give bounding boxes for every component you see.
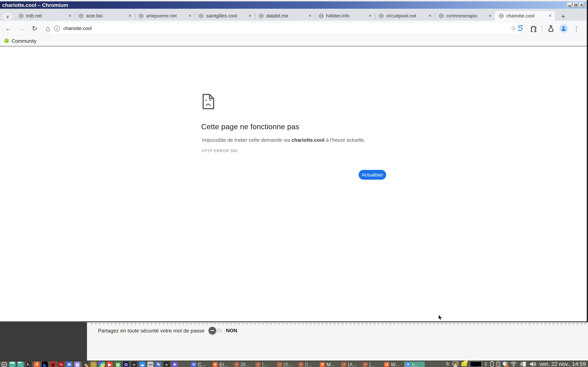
launcher-icon[interactable]: ✳ xyxy=(172,361,178,367)
taskbar-window-button[interactable]: [... xyxy=(361,361,382,367)
chevron-down-icon: ∨ xyxy=(6,14,9,19)
tab-close-icon[interactable]: ✕ xyxy=(248,13,252,18)
globe-favicon-icon xyxy=(19,14,23,18)
launcher-icon[interactable]: ◣ xyxy=(42,361,48,367)
tab-close-icon[interactable]: ✕ xyxy=(548,13,552,18)
url-bar[interactable]: ⓘ chariotte.cool ☆ xyxy=(50,23,521,34)
titlebar[interactable]: chariotte.cool – Chromium ✕ xyxy=(0,1,587,9)
launcher-icon[interactable]: lm xyxy=(1,361,7,367)
browser-tab[interactable]: tntb.net ✕ xyxy=(15,11,75,21)
tab-close-icon[interactable]: ✕ xyxy=(488,13,492,18)
launcher-icon[interactable]: Ω xyxy=(123,361,129,367)
password-toggle[interactable] xyxy=(208,328,223,333)
taskbar-window-button[interactable]: W... xyxy=(383,361,403,367)
bookmark-star-icon[interactable]: ☆ xyxy=(510,25,516,32)
clipboard-alert-icon[interactable]: ! xyxy=(496,362,500,367)
launcher-icon[interactable]: » xyxy=(131,361,137,367)
wifi-icon[interactable] xyxy=(510,361,517,367)
profile-avatar[interactable] xyxy=(560,24,568,33)
tabs: tntb.net ✕ acte.bio ✕ artepoeme.net ✕ xyxy=(15,11,555,21)
bookmark-label: Community xyxy=(12,38,36,44)
site-info-icon[interactable]: ⓘ xyxy=(54,24,60,33)
minimize-button[interactable] xyxy=(567,3,572,7)
system-monitor-graph[interactable] xyxy=(470,361,482,367)
tab-close-icon[interactable]: ✕ xyxy=(188,13,192,18)
nvidia-icon[interactable] xyxy=(520,361,527,367)
error-domain: chariotte.cool xyxy=(291,137,324,143)
globe-favicon-icon xyxy=(139,14,143,18)
browser-tab[interactable]: saintgilles.cool ✕ xyxy=(195,11,255,21)
extensions-puzzle-icon[interactable] xyxy=(529,24,538,33)
maximize-button[interactable] xyxy=(573,3,578,7)
toggle-state-label: NON xyxy=(226,328,237,334)
launcher-icon[interactable]: ▤ xyxy=(115,361,121,367)
window-app-icon xyxy=(341,362,346,367)
launcher-icon[interactable]: ▤ xyxy=(74,361,80,367)
taskbar-window-button[interactable]: C... xyxy=(190,361,210,367)
browser-tab[interactable]: corinneserapio ✕ xyxy=(435,11,495,21)
launcher-icon[interactable]: ▶ xyxy=(107,361,113,367)
sticky-notes-icon[interactable] xyxy=(461,362,467,366)
taskbar-window-button[interactable]: c... xyxy=(404,361,425,367)
navigation-toolbar: ← → ↻ ⌂ ⓘ chariotte.cool ☆ ⋮ xyxy=(0,21,587,36)
tab-close-icon[interactable]: ✕ xyxy=(68,13,72,18)
reload-page-button[interactable]: Actualiser xyxy=(359,170,386,180)
taskbar-window-button[interactable]: [B... xyxy=(233,361,253,367)
launcher-icon[interactable]: ± xyxy=(82,361,88,367)
launcher-icon[interactable]: » xyxy=(164,361,170,367)
launcher-icon[interactable]: ~ xyxy=(90,361,97,367)
window-bottom-edge xyxy=(0,321,587,322)
tab-close-icon[interactable]: ✕ xyxy=(308,13,312,18)
browser-tab[interactable]: artepoeme.net ✕ xyxy=(135,11,195,21)
battery-icon[interactable] xyxy=(490,362,494,367)
clock[interactable]: ven. 22 nov., 14:59 xyxy=(539,361,586,367)
browser-tab[interactable]: circuitpixel.net ✕ xyxy=(375,11,435,21)
taskbar-window-button[interactable]: [S... xyxy=(276,361,296,367)
extension-squiggle-icon[interactable] xyxy=(516,24,525,33)
browser-tab[interactable]: databit.me ✕ xyxy=(255,11,315,21)
forward-button[interactable]: → xyxy=(17,24,26,33)
tab-close-icon[interactable]: ✕ xyxy=(428,13,432,18)
url-text[interactable]: chariotte.cool xyxy=(63,26,510,31)
browser-tab[interactable]: acte.bio ✕ xyxy=(75,11,135,21)
launcher-icon[interactable]: ✉ xyxy=(66,361,72,367)
keyboard-layout-indicator[interactable]: fr xyxy=(446,361,449,367)
launcher-icon[interactable]: ↺ xyxy=(34,361,40,367)
tab-close-icon[interactable]: ✕ xyxy=(368,13,372,18)
browser-tab[interactable]: chariotte.cool ✕ xyxy=(495,11,555,21)
error-code: HTTP ERROR 500 xyxy=(202,149,237,153)
window-app-icon xyxy=(406,362,411,367)
taskbar-window-button[interactable]: M... xyxy=(319,361,339,367)
launcher-icon[interactable]: ∧ xyxy=(99,361,105,367)
launcher-icon[interactable]: Fz xyxy=(58,361,64,367)
tab-close-icon[interactable]: ✕ xyxy=(128,13,132,18)
tab-title: corinneserapio xyxy=(446,13,487,19)
launcher-icon[interactable]: $_ xyxy=(26,361,32,367)
bookmark-community[interactable]: Community xyxy=(4,38,36,44)
taskbar-window-button[interactable]: [I... xyxy=(297,361,318,367)
reload-button[interactable]: ↻ xyxy=(30,24,39,33)
new-tab-button[interactable]: + xyxy=(559,12,568,21)
launcher-icon[interactable]: ✎ xyxy=(156,361,162,367)
menu-kebab-icon[interactable]: ⋮ xyxy=(572,24,581,33)
close-button[interactable]: ✕ xyxy=(579,3,584,7)
tab-search-button[interactable]: ∨ xyxy=(3,12,13,21)
launcher-icon[interactable]: xxx xyxy=(147,361,153,367)
system-tray: fr ᛒ ! ven. 22 nov., 14:59 xyxy=(446,361,586,367)
bluetooth-icon[interactable]: ᛒ xyxy=(484,361,488,367)
taskbar-window-button[interactable]: Er... xyxy=(211,361,232,367)
error-message: Impossible de traiter cette demande via … xyxy=(202,137,365,143)
back-button[interactable]: ← xyxy=(4,24,13,33)
screen-ruler-icon[interactable] xyxy=(452,361,459,367)
launcher-icon[interactable]: ☁ xyxy=(139,361,145,367)
taskbar-window-button[interactable]: [... xyxy=(254,361,275,367)
launcher-icon[interactable] xyxy=(17,361,24,367)
taskbar-window-button[interactable]: [A... xyxy=(340,361,361,367)
window-title: chariotte.cool – Chromium xyxy=(2,2,68,8)
browser-tab[interactable]: h4biter.info ✕ xyxy=(315,11,375,21)
launcher-icon[interactable]: ▦ xyxy=(50,361,56,367)
shield-icon[interactable] xyxy=(503,361,508,367)
labs-flask-icon[interactable] xyxy=(547,24,555,33)
launcher-icon[interactable] xyxy=(9,361,16,367)
volume-icon[interactable] xyxy=(529,361,536,367)
